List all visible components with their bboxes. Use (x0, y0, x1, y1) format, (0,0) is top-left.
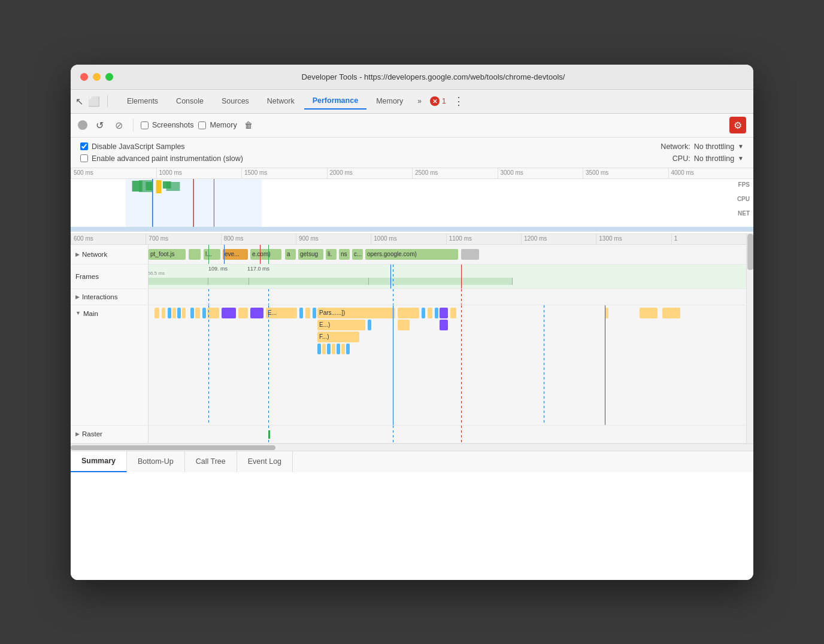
scrollbar-thumb[interactable] (747, 234, 753, 270)
screenshots-checkbox-label[interactable]: Screenshots (141, 121, 193, 129)
screenshots-checkbox[interactable] (141, 121, 149, 129)
main-block-26[interactable] (398, 320, 410, 330)
network-block-7[interactable]: li. (326, 249, 337, 260)
network-block-5[interactable]: a (285, 249, 296, 260)
frames-track-text: Frames (75, 273, 99, 280)
network-block-0[interactable]: pt_foot.js (149, 249, 186, 260)
main-block-29[interactable] (322, 344, 326, 354)
right-scrollbar[interactable] (746, 234, 753, 443)
main-block-32[interactable] (337, 344, 340, 354)
main-block-pars[interactable]: Pars......]) (317, 308, 395, 318)
main-block-17[interactable] (422, 308, 425, 318)
minimize-button[interactable] (93, 73, 101, 81)
stop-button[interactable]: ⊘ (111, 118, 126, 132)
timeline-overview[interactable]: 500 ms 1000 ms 1500 ms 2000 ms 2500 ms 3… (71, 168, 753, 234)
tab-performance[interactable]: Performance (304, 93, 366, 110)
main-block-19[interactable] (435, 308, 438, 318)
tab-sources[interactable]: Sources (213, 93, 258, 109)
ruler-tick-5: 1100 ms (446, 234, 521, 244)
tab-network[interactable]: Network (259, 93, 303, 109)
main-block-11[interactable] (238, 308, 248, 318)
main-block-7[interactable] (195, 308, 200, 318)
timeline-scrollbar[interactable] (71, 443, 753, 451)
raster-track-label[interactable]: ▶ Raster (71, 426, 149, 443)
main-block-9[interactable] (207, 308, 219, 318)
main-block-34[interactable] (346, 344, 350, 354)
main-block-e2[interactable]: E...) (317, 320, 365, 330)
main-block-16[interactable] (398, 308, 419, 318)
main-block-20[interactable] (440, 308, 448, 318)
main-block-27[interactable] (440, 320, 448, 330)
main-block-0[interactable] (154, 308, 159, 318)
network-block-2[interactable]: l... (204, 249, 220, 260)
reload-record-button[interactable]: ↺ (92, 118, 107, 132)
main-block-18[interactable] (428, 308, 432, 318)
network-block-11[interactable] (461, 249, 479, 260)
tab-console[interactable]: Console (168, 93, 212, 109)
network-block-9[interactable]: c... (352, 249, 363, 260)
main-block-8[interactable] (202, 308, 206, 318)
advanced-paint-label[interactable]: Enable advanced paint instrumentation (s… (80, 154, 243, 163)
main-block-25[interactable] (368, 320, 371, 330)
interactions-content (149, 289, 746, 305)
main-block-4[interactable] (177, 308, 181, 318)
settings-button[interactable]: ⚙ (729, 117, 746, 133)
main-block-1[interactable] (162, 308, 165, 318)
close-button[interactable] (80, 73, 88, 81)
disable-js-samples-label[interactable]: Disable JavaScript Samples (80, 142, 185, 151)
main-block-33[interactable] (341, 344, 345, 354)
bottom-tab-bottomup[interactable]: Bottom-Up (127, 451, 185, 472)
overview-ruler: 500 ms 1000 ms 1500 ms 2000 ms 2500 ms 3… (71, 168, 753, 179)
main-block-3[interactable] (172, 308, 176, 318)
network-block-8[interactable]: ns (339, 249, 350, 260)
main-block-30[interactable] (327, 344, 331, 354)
main-block-23[interactable] (640, 308, 658, 318)
main-block-24[interactable] (662, 308, 680, 318)
network-block-10[interactable]: opers.google.com) (365, 249, 458, 260)
interactions-track-label[interactable]: ▶ Interactions (71, 289, 149, 305)
advanced-paint-checkbox[interactable] (80, 154, 88, 162)
network-block-1[interactable] (189, 249, 201, 260)
main-block-6[interactable] (190, 308, 194, 318)
tab-memory[interactable]: Memory (368, 93, 411, 109)
bottom-tab-calltree[interactable]: Call Tree (185, 451, 237, 472)
main-block-21[interactable] (450, 308, 456, 318)
network-block-4[interactable]: e.com) (250, 249, 281, 260)
main-block-15[interactable] (313, 308, 316, 318)
bottom-tab-summary[interactable]: Summary (71, 451, 127, 472)
cursor-icon[interactable]: ↖ (75, 96, 83, 107)
memory-checkbox[interactable] (198, 121, 206, 129)
maximize-button[interactable] (105, 73, 113, 81)
network-track-label[interactable]: ▶ Network (71, 245, 149, 264)
devtools-menu-button[interactable]: ⋮ (450, 95, 468, 108)
network-block-3[interactable]: eve... (223, 249, 248, 260)
main-block-f1[interactable]: F...) (317, 332, 359, 342)
main-block-13[interactable] (299, 308, 303, 318)
timeline-scroll-thumb[interactable] (71, 445, 275, 450)
cpu-select[interactable]: CPU: No throttling ▼ (672, 154, 744, 163)
memory-checkbox-label[interactable]: Memory (198, 121, 237, 129)
more-tabs-button[interactable]: » (413, 95, 426, 108)
main-track-label[interactable]: ▼ Main (71, 305, 149, 425)
disable-js-samples-checkbox[interactable] (80, 142, 88, 150)
overview-tick-1: 1000 ms (156, 168, 242, 178)
main-block-31[interactable] (332, 344, 335, 354)
main-block-12[interactable] (250, 308, 263, 318)
main-block-2[interactable] (168, 308, 171, 318)
frames-track: Frames 109. ms 117.0 ms 656.5 ms (71, 265, 746, 289)
main-block-14[interactable] (305, 308, 310, 318)
clear-button[interactable]: 🗑 (244, 120, 253, 130)
bottom-tab-eventlog[interactable]: Event Log (237, 451, 293, 472)
main-block-22[interactable] (605, 308, 608, 318)
main-block-e1[interactable]: E... (266, 308, 297, 318)
record-button[interactable] (78, 120, 87, 130)
tab-elements[interactable]: Elements (119, 93, 166, 109)
network-block-6[interactable]: getsug (298, 249, 323, 260)
network-select[interactable]: Network: No throttling ▼ (661, 142, 744, 151)
overview-tick-0: 500 ms (71, 168, 156, 178)
inspect-icon[interactable]: ⬜ (88, 96, 100, 107)
main-block-5[interactable] (182, 308, 186, 318)
main-block-10[interactable] (222, 308, 236, 318)
overview-tick-4: 2500 ms (412, 168, 498, 178)
main-block-28[interactable] (317, 344, 321, 354)
